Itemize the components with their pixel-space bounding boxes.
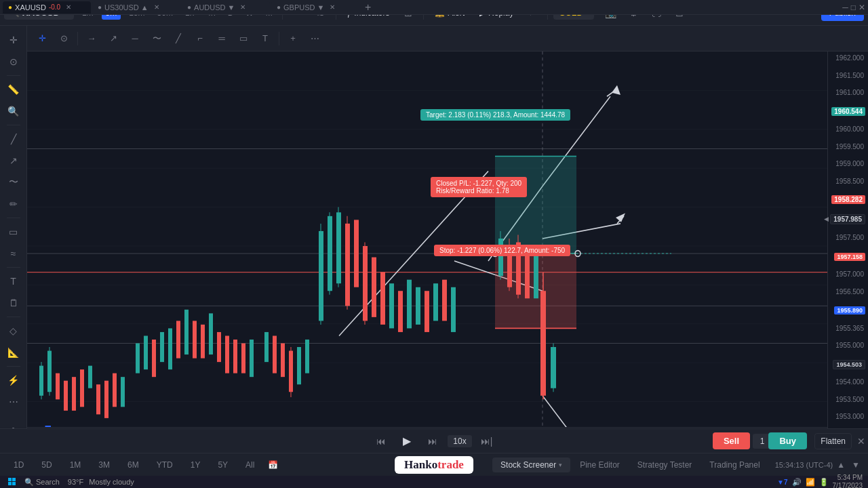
svg-rect-34 xyxy=(88,366,92,388)
browser-tab-xauusd[interactable]: ● XAUUSD -0.0 ✕ xyxy=(3,1,91,14)
browser-tab-audusd[interactable]: ● AUDUSD ▼ ✕ xyxy=(182,1,270,14)
range-1d[interactable]: 1D xyxy=(5,458,32,472)
draw-line[interactable]: ─ xyxy=(125,29,144,48)
collapse-panel-btn[interactable]: ▼ xyxy=(849,459,863,471)
svg-rect-50 xyxy=(225,336,229,373)
svg-rect-48 xyxy=(209,313,213,354)
network-tray-icon[interactable]: 📶 xyxy=(806,478,815,487)
minimize-btn[interactable]: ─ xyxy=(842,3,848,12)
price-badge-1954503: 1954.503 xyxy=(829,359,867,369)
price-badge-1955890: 1955.890 xyxy=(829,305,867,314)
draw-curve[interactable]: 〜 xyxy=(147,29,166,48)
more-tools-btn[interactable]: ⋯ xyxy=(3,392,24,412)
chevron-down-icon: ▾ xyxy=(559,462,562,468)
cursor-tool[interactable]: ✛ xyxy=(3,30,24,50)
path-tool[interactable]: 〜 xyxy=(3,172,24,192)
hankotrade-logo: Hankotrade xyxy=(395,456,473,474)
range-all[interactable]: All xyxy=(237,458,262,472)
price-label-1961: 1961.000 xyxy=(829,89,867,96)
browser-tab-us30[interactable]: ● US30USD ▲ ✕ xyxy=(92,1,180,14)
battery-tray-icon: 🔋 xyxy=(819,478,829,487)
svg-rect-79 xyxy=(433,283,438,321)
calendar-btn[interactable]: 📅 xyxy=(264,459,282,471)
eye-tool[interactable]: ⊙ xyxy=(3,52,24,72)
next-frame-btn[interactable]: ⏭ xyxy=(423,432,442,451)
trend-line-tool[interactable]: ╱ xyxy=(3,129,24,149)
note-tool[interactable]: 🗒 xyxy=(3,293,24,313)
close-tab-btn3[interactable]: ✕ xyxy=(240,3,245,11)
target-annotation: Target: 2.183 (0.11%) 218.3, Amount: 144… xyxy=(420,109,570,121)
svg-rect-36 xyxy=(104,381,108,418)
taskbar-search-icon[interactable]: 🔍 Search xyxy=(24,478,60,487)
measure-tool[interactable]: 📏 xyxy=(3,79,24,100)
close-window-btn[interactable]: ✕ xyxy=(859,3,865,12)
draw-hline[interactable]: ═ xyxy=(212,29,231,48)
svg-rect-80 xyxy=(442,280,447,321)
svg-rect-33 xyxy=(80,369,84,407)
price-label-1953: 1953.000 xyxy=(829,413,867,420)
close-tab-btn2[interactable]: ✕ xyxy=(154,3,159,11)
range-5d[interactable]: 5D xyxy=(33,458,60,472)
tradingview-tray-icon: ▼7 xyxy=(777,479,787,486)
speed-label: 10x xyxy=(448,435,471,447)
new-tab-btn[interactable]: + xyxy=(361,1,375,14)
draw-text[interactable]: T xyxy=(256,29,275,48)
buy-btn[interactable]: Buy xyxy=(768,432,807,449)
fib-tool[interactable]: ≈ xyxy=(3,243,24,264)
goto-end-btn[interactable]: ⏭| xyxy=(477,432,496,451)
browser-tab-gbpusd[interactable]: ● GBPUSD ▼ ✕ xyxy=(271,1,359,14)
draw-cursor[interactable]: ✛ xyxy=(33,29,52,48)
expand-panel-btn[interactable]: ▲ xyxy=(834,459,848,471)
windows-start-btn[interactable] xyxy=(5,476,19,487)
range-6m[interactable]: 6M xyxy=(119,458,147,472)
text-tool[interactable]: T xyxy=(3,271,24,291)
draw-extra[interactable]: ⋯ xyxy=(305,29,324,48)
draw-arrow-right[interactable]: → xyxy=(82,29,101,48)
range-ytd[interactable]: YTD xyxy=(149,458,181,472)
svg-marker-21 xyxy=(612,85,620,95)
goto-start-btn[interactable]: ⏮ xyxy=(372,432,391,451)
draw-plus[interactable]: + xyxy=(283,29,302,48)
svg-rect-102 xyxy=(8,478,12,481)
tab-pine-editor[interactable]: Pine Editor xyxy=(572,458,628,472)
range-1y[interactable]: 1Y xyxy=(182,458,209,472)
close-tab-btn[interactable]: ✕ xyxy=(66,3,71,11)
tab-screener[interactable]: Stock Screener ▾ xyxy=(492,458,570,472)
tab-strategy-tester[interactable]: Strategy Tester xyxy=(629,458,700,472)
draw-dot[interactable]: ⊙ xyxy=(54,29,73,48)
play-btn[interactable]: ▶ xyxy=(396,430,418,452)
range-3m[interactable]: 3M xyxy=(90,458,118,472)
projection-tool[interactable]: 📐 xyxy=(3,342,24,363)
tab-trading-panel[interactable]: Trading Panel xyxy=(701,458,768,472)
volume-tray-icon[interactable]: 🔊 xyxy=(792,478,802,487)
draw-diag-arrow[interactable]: ↗ xyxy=(104,29,123,48)
pattern-tool[interactable]: ◇ xyxy=(3,321,24,341)
svg-rect-73 xyxy=(380,272,385,325)
svg-rect-47 xyxy=(201,325,205,359)
restore-btn[interactable]: □ xyxy=(851,3,856,12)
arrow-icon: ◀ xyxy=(824,216,829,222)
shape-rect-tool[interactable]: ▭ xyxy=(3,222,24,242)
zoom-tool[interactable]: 🔍 xyxy=(3,101,24,121)
draw-slash[interactable]: ╱ xyxy=(169,29,188,48)
range-1m[interactable]: 1M xyxy=(62,458,90,472)
svg-rect-30 xyxy=(56,373,60,400)
draw-step[interactable]: ⌐ xyxy=(191,29,210,48)
sell-btn[interactable]: Sell xyxy=(713,432,750,449)
price-label-19535: 1953.500 xyxy=(829,396,867,403)
indicator-tool[interactable]: ⚡ xyxy=(3,370,24,390)
range-5y[interactable]: 5Y xyxy=(210,458,236,472)
arrow-tool[interactable]: ↗ xyxy=(3,150,24,171)
price-label-1960: 1960.000 xyxy=(829,125,867,133)
brush-tool[interactable]: ✏ xyxy=(3,194,24,214)
svg-rect-76 xyxy=(407,280,412,329)
price-label-1957: 1957.000 xyxy=(829,270,867,278)
draw-rect[interactable]: ▭ xyxy=(234,29,253,48)
close-tab-btn4[interactable]: ✕ xyxy=(330,3,335,11)
flatten-btn[interactable]: Flatten xyxy=(814,433,852,449)
price-label-1959: 1959.000 xyxy=(829,160,867,167)
closed-annotation: Closed P/L: -1.227, Qty: 200 Risk/Reward… xyxy=(431,177,527,197)
svg-rect-94 xyxy=(534,253,538,298)
svg-rect-32 xyxy=(72,377,76,411)
close-replay-btn[interactable]: ✕ xyxy=(857,436,865,447)
